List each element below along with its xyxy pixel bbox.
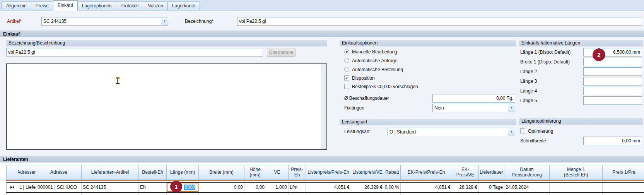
laenge2-label: Länge 2	[520, 69, 537, 75]
text-caret	[196, 185, 196, 190]
vertical-scrollbar[interactable]	[321, 64, 326, 149]
radio-label: Automatische Bestellung	[352, 67, 403, 72]
tab-protokoll[interactable]: Protokoll	[116, 2, 143, 10]
beschaffungsdauer-label: Ø Beschaffungsdauer	[344, 96, 389, 101]
radio-icon	[344, 49, 349, 54]
radio-label: Manuelle Bearbeitung	[352, 49, 397, 55]
column-header-breite[interactable]: Breite (mm)	[199, 165, 244, 180]
leistungsart-dropdown[interactable]: O | Standard ▾	[388, 128, 515, 136]
leistungsart-subheader: Leistungsart	[340, 119, 516, 125]
row-edit-indicator	[7, 183, 18, 192]
column-header-listenpreis-ve[interactable]: Listenpreis/VE	[351, 165, 384, 180]
breite1-input[interactable]	[583, 58, 642, 66]
column-header-laenge[interactable]: Länge (mm)	[167, 165, 199, 180]
laenge4-label: Länge 4	[520, 88, 537, 94]
beschreibung-subheader: Bezeichnung/Beschreibung	[6, 40, 327, 46]
fixlaengen-dropdown[interactable]: Nein ▾	[432, 104, 515, 112]
radio-manuelle-bearbeitung[interactable]: Manuelle Bearbeitung	[344, 48, 397, 55]
tab-lagerkonto[interactable]: Lagerkonto	[167, 2, 200, 10]
dropdown-arrow-icon[interactable]: ▾	[508, 128, 515, 136]
laengenoptimierung-subheader: Längenoptimierung	[519, 118, 643, 125]
fixlaengen-value: Nein	[433, 105, 508, 111]
checkbox-icon	[520, 128, 525, 133]
column-header-bestell-eh[interactable]: Bestell-Eh	[139, 165, 167, 180]
radio-automatische-anfrage[interactable]: Automatische Anfrage	[344, 57, 397, 64]
tab-allgemein[interactable]: Allgemein	[2, 2, 31, 10]
cell-hoehe[interactable]: 0,00	[244, 183, 266, 192]
tab-preise[interactable]: Preise	[31, 2, 53, 10]
tab-einkauf[interactable]: Einkauf	[53, 0, 78, 10]
lieferanten-section-header: Lieferanten	[0, 156, 644, 162]
column-header-adressart[interactable]: Adressart	[18, 165, 36, 180]
empty-next-row	[6, 193, 644, 195]
laenge1-label: Länge 1 (Dispo: Default)	[520, 50, 571, 55]
cell-rabatt[interactable]: 0,00 %	[384, 183, 401, 192]
cell-listenpreis-ve[interactable]: 26,329 €	[351, 183, 384, 192]
cell-ek-preis-ve[interactable]: 26,329 €	[452, 183, 479, 192]
artikel-combobox[interactable]: SC 244135 ▾	[41, 17, 168, 26]
checkbox-label: Optimierung	[528, 128, 553, 134]
laenge5-label: Länge 5	[520, 98, 537, 104]
column-header-ve[interactable]: VE	[266, 165, 289, 180]
cell-preis1[interactable]	[603, 183, 644, 192]
column-header-menge1[interactable]: Menge 1 (Bestell-Eh)	[550, 165, 603, 180]
einkauf-section-header: Einkauf	[0, 30, 644, 37]
checkbox-optimierung[interactable]: Optimierung	[520, 128, 553, 134]
cell-listenpreis-preis-eh[interactable]: 4,051 €	[306, 183, 351, 192]
uebernahme-button[interactable]: Übernahme	[267, 48, 296, 57]
cell-lieferanten-artikel[interactable]: SC 244135	[82, 183, 139, 192]
cell-preis-eh[interactable]: Lfm	[289, 183, 306, 192]
laenge1-input[interactable]: 6.500,00 mm	[583, 48, 642, 56]
cell-adresse[interactable]: 000001 | SCHÜCO	[36, 183, 82, 192]
radio-automatische-bestellung[interactable]: Automatische Bestellung	[344, 66, 403, 73]
schnittbreite-input[interactable]: 0,00 mm	[583, 137, 642, 145]
beschaffungsdauer-input[interactable]: 0,00 Tg.	[432, 94, 515, 103]
cell-adressart[interactable]: L | Liefera	[18, 183, 36, 192]
tab-notizen[interactable]: Notizen	[143, 2, 168, 10]
column-header-lieferanten-artikel[interactable]: Lieferanten-Artikel	[82, 165, 139, 180]
scrollbar-thumb[interactable]	[322, 65, 326, 149]
cell-bestell-eh[interactable]: Eh	[139, 183, 167, 192]
cell-lieferdauer[interactable]: 0 Tage	[479, 183, 504, 192]
cell-breite[interactable]: 0,00	[199, 183, 244, 192]
annotation-badge-1: 1	[170, 181, 182, 193]
table-row: L | Liefera 000001 | SCHÜCO SC 244135 Eh…	[6, 182, 644, 193]
dropdown-arrow-icon[interactable]: ▾	[508, 104, 515, 112]
artikel-value: SC 244135	[42, 19, 161, 24]
column-header-lieferdauer[interactable]: Lieferdauer	[479, 165, 504, 180]
column-header-ek-preis-ve[interactable]: EK-Preis/VE	[452, 165, 479, 180]
column-header-rabatt[interactable]: Rabatt	[384, 165, 401, 180]
tab-bar: Allgemein Preise Einkauf Lageroptionen P…	[0, 0, 644, 10]
column-header-hoehe[interactable]: Höhe (mm)	[244, 165, 266, 180]
leistungsart-value: O | Standard	[388, 129, 508, 135]
column-header-listenpreis-preis-eh[interactable]: Listenpreis/Preis-Eh	[306, 165, 351, 180]
laenge4-input[interactable]	[583, 87, 642, 95]
breite1-label: Breite 1 (Dispo: Default)	[520, 59, 570, 65]
column-header-indicator[interactable]	[7, 165, 18, 180]
laenge2-input[interactable]	[583, 67, 642, 76]
radio-icon	[344, 67, 349, 72]
laengen-panel: Einkaufs-/alternative Längen Länge 1 (Di…	[519, 40, 643, 148]
beschreibung-textarea[interactable]	[6, 63, 327, 150]
cell-ek-preis-preis-eh[interactable]: 4,051 €	[401, 183, 452, 192]
laenge3-input[interactable]	[583, 77, 642, 86]
bezeichnung-input[interactable]: vbl Pa22.5 gl	[237, 17, 642, 26]
tab-lageroptionen[interactable]: Lageroptionen	[77, 2, 116, 10]
cell-datum-preisaenderung[interactable]: 24.05.2024	[504, 183, 550, 192]
beschreibung-input[interactable]: vbl Pa22.5 gl	[6, 48, 263, 56]
dropdown-arrow-icon[interactable]: ▾	[161, 17, 168, 25]
column-header-preis-eh[interactable]: Preis-Eh	[289, 165, 306, 180]
checkbox-icon	[344, 84, 349, 89]
column-header-ek-preis-preis-eh[interactable]: EK-Preis/Preis-Eh	[401, 165, 452, 180]
cell-menge1[interactable]	[550, 183, 603, 192]
checkbox-bestellpreis-vorschlagen[interactable]: Bestellpreis <0,00> vorschlagen	[344, 83, 418, 90]
column-header-adresse[interactable]: Adresse	[36, 165, 82, 180]
artikel-label: Artikel*	[7, 19, 22, 24]
einkaufsoptionen-panel: Einkaufsoptionen Manuelle Bearbeitung Au…	[340, 40, 516, 140]
column-header-datum-preisaenderung[interactable]: Datum Preisänderung	[504, 165, 550, 180]
laenge5-input[interactable]	[583, 96, 642, 105]
column-header-preis1[interactable]: Preis 1/Pre	[603, 165, 644, 180]
cell-ve[interactable]: 1,000	[266, 183, 289, 192]
radio-label: Automatische Anfrage	[352, 58, 397, 63]
checkbox-disposition[interactable]: ✔ Disposition	[344, 75, 375, 81]
